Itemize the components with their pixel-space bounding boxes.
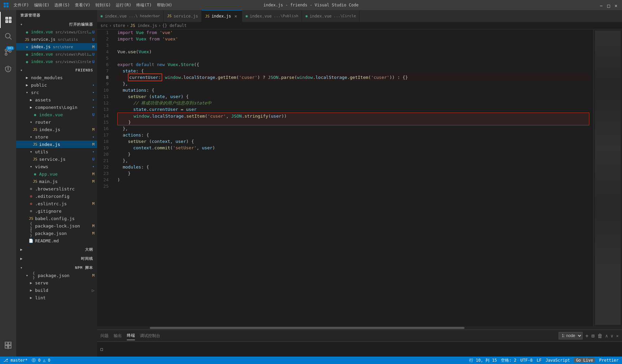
tab-close-index-js[interactable]: ×: [233, 13, 238, 19]
terminal-trash[interactable]: 🗑: [597, 333, 603, 339]
svg-rect-3: [6, 5, 8, 7]
tree-src[interactable]: ▾ src •: [16, 89, 97, 96]
breadcrumb-store[interactable]: store: [113, 23, 125, 28]
breadcrumb-file[interactable]: JS index.js: [130, 23, 157, 28]
menu-run[interactable]: 运行(R): [116, 2, 131, 8]
tree-public[interactable]: ▶ public •: [16, 81, 97, 89]
timeline-section[interactable]: ▶ 时间线: [16, 253, 97, 263]
terminal-tab-debug[interactable]: 调试控制台: [140, 332, 160, 340]
window-controls[interactable]: − □ ×: [600, 3, 619, 7]
menu-help[interactable]: 帮助(H): [157, 2, 172, 8]
terminal-tab-terminal[interactable]: 终端: [127, 331, 135, 340]
code-editor[interactable]: 1 2 3 4 5 6 7 8 9 10 11 12 13 14 15 16 1: [97, 29, 593, 326]
menu-edit[interactable]: 编辑(E): [34, 2, 50, 8]
npm-lint[interactable]: ▶ lint: [16, 294, 97, 301]
terminal-tab-problems[interactable]: 问题: [101, 332, 109, 340]
terminal-collapse-up[interactable]: ∧: [605, 333, 608, 338]
minimize-button[interactable]: −: [600, 3, 604, 7]
tree-views[interactable]: ▾ views •: [16, 163, 97, 170]
menu-goto[interactable]: 转到(G): [95, 2, 111, 8]
menu-select[interactable]: 选择(S): [54, 2, 70, 8]
breadcrumb-symbol[interactable]: {} default: [162, 23, 187, 28]
tree-node-modules[interactable]: ▶ node_modules: [16, 74, 97, 81]
close-button[interactable]: ×: [615, 3, 619, 7]
tree-store-index-js[interactable]: JS index.js M: [16, 141, 97, 148]
code-line-6: export default new Vuex.Store({: [117, 61, 589, 68]
explorer-title[interactable]: 资源管理器: [16, 10, 97, 19]
open-editor-service-js[interactable]: JS service.js src\utils U: [16, 36, 97, 43]
tree-app-vue[interactable]: ◉ App.vue M: [16, 170, 97, 178]
tree-editorconfig[interactable]: ⚙ .editorconfig: [16, 192, 97, 200]
activity-explorer[interactable]: [0, 12, 16, 28]
status-encoding[interactable]: UTF-8: [520, 358, 533, 363]
status-eol[interactable]: LF: [537, 358, 541, 363]
code-line-9: },: [117, 81, 589, 87]
status-errors[interactable]: ⓪ 0 △ 0: [32, 358, 50, 363]
status-language[interactable]: JavaScript: [545, 358, 570, 363]
tree-index-vue-login[interactable]: ◉ index.vue U: [16, 111, 97, 118]
code-line-24: ): [117, 177, 589, 183]
breadcrumb-src[interactable]: src: [101, 23, 108, 28]
terminal-close[interactable]: ×: [616, 333, 619, 338]
open-editor-index-vue-publish[interactable]: ◉ index.vue src/views\Publish U: [16, 51, 97, 58]
tree-eslintrc[interactable]: ⚙ .eslintrc.js M: [16, 200, 97, 207]
code-line-14: window.localStorage.setItem('cuser', JSO…: [117, 113, 589, 119]
tree-store[interactable]: ▾ store •: [16, 133, 97, 141]
tree-package-json[interactable]: { } package.json M: [16, 230, 97, 237]
status-prettier[interactable]: Prettier: [599, 358, 619, 363]
terminal-add[interactable]: +: [585, 333, 589, 339]
tab-index-vue-circle[interactable]: ◉ index.vue ...\Circle: [302, 10, 360, 22]
tree-service-js[interactable]: JS service.js U: [16, 155, 97, 163]
tree-babel[interactable]: JS babel.config.js: [16, 215, 97, 222]
activity-search[interactable]: [0, 28, 16, 44]
activity-git[interactable]: 103: [0, 44, 16, 60]
tab-index-js[interactable]: JS index.js ×: [202, 10, 242, 22]
tab-service-js[interactable]: JS service.js: [164, 10, 202, 22]
menu-file[interactable]: 文件(F): [13, 2, 29, 8]
code-line-11: setUser (state, user) {: [117, 93, 589, 100]
svg-point-8: [5, 33, 10, 38]
npm-build[interactable]: ▶ build ▷: [16, 286, 97, 294]
terminal-tab-output[interactable]: 输出: [114, 332, 122, 340]
terminal-collapse-down[interactable]: ∨: [611, 333, 613, 338]
npm-package-json[interactable]: ▾ { } package.json M: [16, 272, 97, 279]
tree-main-js[interactable]: JS main.js M: [16, 178, 97, 185]
tree-gitignore[interactable]: ≡ .gitignore: [16, 207, 97, 215]
menu-bar[interactable]: 文件(F) 编辑(E) 选择(S) 查看(V) 转到(G) 运行(R) 终端(T…: [13, 2, 172, 8]
npm-section[interactable]: ▾ NPM 脚本: [16, 263, 97, 272]
tree-router[interactable]: ▾ router: [16, 118, 97, 126]
friends-section[interactable]: ▾ FRIENDS: [16, 65, 97, 74]
activity-debug[interactable]: [0, 60, 16, 77]
tab-index-vue-publish[interactable]: ◉ index.vue ...\Publish: [242, 10, 302, 22]
code-line-15: }: [117, 119, 589, 125]
tree-package-lock[interactable]: { } package-lock.json M: [16, 222, 97, 230]
status-git[interactable]: ⎇ master*: [3, 358, 28, 363]
maximize-button[interactable]: □: [607, 3, 611, 7]
code-line-21: },: [117, 157, 589, 164]
tree-utils[interactable]: ▾ utils •: [16, 148, 97, 155]
tree-router-index-js[interactable]: JS index.js M: [16, 126, 97, 133]
status-bar: ⎇ master* ⓪ 0 △ 0 行 10, 列 15 空格: 2 UTF-8…: [0, 357, 622, 364]
terminal-select[interactable]: 1: node: [559, 332, 583, 339]
tree-browserslistrc[interactable]: ≡ .browserslistrc: [16, 185, 97, 192]
tree-readme[interactable]: 📄 README.md: [16, 237, 97, 244]
status-position[interactable]: 行 10, 列 15: [469, 358, 497, 363]
open-editor-index-vue-header[interactable]: ◉ index.vue src/views/Circle/he... U: [16, 28, 97, 36]
status-spaces[interactable]: 空格: 2: [501, 358, 516, 363]
open-editor-index-vue-circle[interactable]: ◉ index.vue src/views\Circle U: [16, 58, 97, 65]
outline-section[interactable]: ▶ 大纲: [16, 244, 97, 253]
horizontal-scrollbar[interactable]: [97, 326, 622, 330]
activity-settings[interactable]: [0, 338, 16, 354]
status-golive[interactable]: Go Live: [574, 358, 595, 363]
tree-components[interactable]: ▶ components\Login •: [16, 103, 97, 111]
tree-assets[interactable]: ▶ assets •: [16, 96, 97, 103]
npm-serve[interactable]: ▶ serve: [16, 279, 97, 286]
menu-view[interactable]: 查看(V): [75, 2, 90, 8]
terminal-split[interactable]: ⊞: [591, 333, 595, 339]
code-content[interactable]: import Vue from 'vue' import Vuex from '…: [114, 29, 589, 326]
tab-index-vue-header[interactable]: ◉ index.vue ...\ headerbar: [97, 10, 164, 22]
menu-terminal[interactable]: 终端(T): [136, 2, 152, 8]
open-editors-section[interactable]: ▾ 打开的编辑器: [16, 19, 97, 28]
terminal-content[interactable]: □: [97, 342, 622, 357]
open-editor-index-js[interactable]: ✕ index.js src\store M: [16, 43, 97, 51]
